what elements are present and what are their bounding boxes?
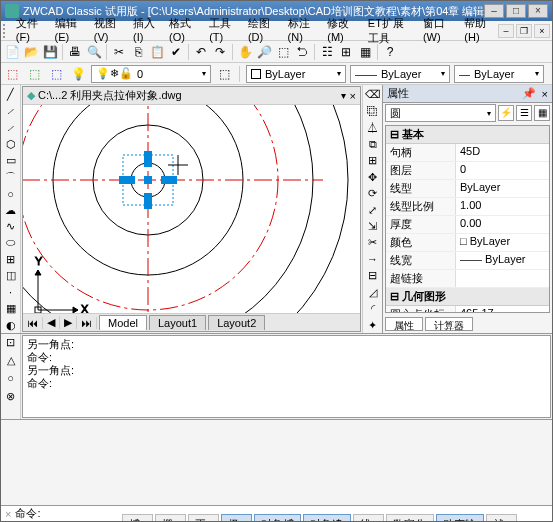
open-icon[interactable]: 📂 <box>22 43 40 61</box>
chamfer-icon[interactable]: ◿ <box>365 285 381 300</box>
snap-cen-icon[interactable]: ○ <box>3 372 19 388</box>
redo-icon[interactable]: ↷ <box>211 43 229 61</box>
line-icon[interactable]: ╱ <box>3 87 19 102</box>
selection-combo[interactable]: 圆▾ <box>385 104 496 122</box>
property-group[interactable]: ⊟ 基本 <box>386 126 549 144</box>
tab-prev-icon[interactable]: ◀ <box>43 316 60 329</box>
layout-tab[interactable]: Layout2 <box>208 315 265 330</box>
print-icon[interactable]: 🖶 <box>66 43 84 61</box>
properties-icon[interactable]: ☷ <box>318 43 336 61</box>
copy-icon[interactable]: ⎘ <box>129 43 147 61</box>
property-row[interactable]: 线宽—— ByLayer <box>386 252 549 270</box>
property-row[interactable]: 厚度0.00 <box>386 216 549 234</box>
layout-tab[interactable]: Model <box>99 315 147 330</box>
snap-end-icon[interactable]: ⊡ <box>3 336 19 352</box>
doc-menu-icon[interactable]: ▾ <box>341 90 346 101</box>
move-icon[interactable]: ✥ <box>365 169 381 184</box>
snap-node-icon[interactable]: ⊗ <box>3 390 19 406</box>
rectangle-icon[interactable]: ▭ <box>3 153 19 168</box>
zoom-prev-icon[interactable]: ⮌ <box>293 43 311 61</box>
revcloud-icon[interactable]: ☁ <box>3 202 19 217</box>
property-row[interactable]: 线型比例1.00 <box>386 198 549 216</box>
layer-prev-icon[interactable]: ⬚ <box>47 65 65 83</box>
fillet-icon[interactable]: ◜ <box>365 301 381 316</box>
layer-manager-icon[interactable]: ⬚ <box>3 65 21 83</box>
linetype-combo[interactable]: ——ByLayer▾ <box>350 65 450 83</box>
match-icon[interactable]: ✔ <box>167 43 185 61</box>
stretch-icon[interactable]: ⇲ <box>365 219 381 234</box>
tab-last-icon[interactable]: ⏭ <box>77 317 97 329</box>
tab-calculator[interactable]: 计算器 <box>425 317 473 331</box>
polygon-icon[interactable]: ⬡ <box>3 136 19 151</box>
undo-icon[interactable]: ↶ <box>192 43 210 61</box>
tool-palette-icon[interactable]: ▦ <box>356 43 374 61</box>
pline-icon[interactable]: ⟋ <box>3 120 19 135</box>
offset-icon[interactable]: ⧉ <box>365 136 381 151</box>
layer-states-icon[interactable]: ⬚ <box>25 65 43 83</box>
status-toggle[interactable]: 对象捕捉 <box>254 514 302 523</box>
arc-icon[interactable]: ⌒ <box>3 169 19 184</box>
copy-obj-icon[interactable]: ⿻ <box>365 103 381 118</box>
properties-close-icon[interactable]: × <box>542 88 548 100</box>
block-icon[interactable]: ◫ <box>3 268 19 283</box>
region-icon[interactable]: ◐ <box>3 318 19 333</box>
save-icon[interactable]: 💾 <box>41 43 59 61</box>
property-row[interactable]: 圆心点坐标 X465.17 <box>386 306 549 313</box>
new-icon[interactable]: 📄 <box>3 43 21 61</box>
extend-icon[interactable]: → <box>365 252 381 267</box>
status-toggle[interactable]: 栅格 <box>155 514 186 523</box>
color-combo[interactable]: ByLayer▾ <box>246 65 346 83</box>
status-toggle[interactable]: 极轴 <box>221 514 252 523</box>
property-row[interactable]: 颜色□ ByLayer <box>386 234 549 252</box>
properties-pin-icon[interactable]: 📌 <box>522 87 536 100</box>
quick-select-icon[interactable]: ⚡ <box>498 105 514 121</box>
layer-bulb-icon[interactable]: 💡 <box>69 65 87 83</box>
tab-first-icon[interactable]: ⏮ <box>23 317 43 329</box>
property-row[interactable]: 图层0 <box>386 162 549 180</box>
insert-icon[interactable]: ⊞ <box>3 252 19 267</box>
status-toggle[interactable]: 捕捉 <box>122 514 153 523</box>
layer-combo[interactable]: 💡❄🔓0▾ <box>91 65 211 83</box>
paste-icon[interactable]: 📋 <box>148 43 166 61</box>
spline-icon[interactable]: ∿ <box>3 219 19 234</box>
property-row[interactable]: 线型ByLayer <box>386 180 549 198</box>
property-group[interactable]: ⊟ 几何图形 <box>386 288 549 306</box>
status-toggle[interactable]: 就绪 <box>486 514 517 523</box>
maximize-button[interactable]: □ <box>506 4 526 18</box>
select-objects-icon[interactable]: ☰ <box>516 105 532 121</box>
lineweight-combo[interactable]: —ByLayer▾ <box>454 65 544 83</box>
help-icon[interactable]: ? <box>381 43 399 61</box>
layout-tab[interactable]: Layout1 <box>149 315 206 330</box>
pickadd-icon[interactable]: ▦ <box>534 105 550 121</box>
mdi-restore-button[interactable]: ❐ <box>516 24 532 38</box>
point-icon[interactable]: · <box>3 285 19 300</box>
properties-grid[interactable]: ⊟ 基本句柄45D图层0线型ByLayer线型比例1.00厚度0.00颜色□ B… <box>385 125 550 313</box>
pan-icon[interactable]: ✋ <box>236 43 254 61</box>
zoom-window-icon[interactable]: ⬚ <box>274 43 292 61</box>
close-button[interactable]: × <box>528 4 548 18</box>
explode-icon[interactable]: ✦ <box>365 318 381 333</box>
menu-item[interactable]: 帮助(H) <box>458 14 498 48</box>
status-toggle[interactable]: 动态输入 <box>436 514 484 523</box>
status-toggle[interactable]: 对象追踪 <box>303 514 351 523</box>
command-window[interactable]: 另一角点:命令:另一角点:命令: <box>22 335 551 418</box>
menu-item[interactable]: 窗口(W) <box>417 14 458 48</box>
design-center-icon[interactable]: ⊞ <box>337 43 355 61</box>
scale-icon[interactable]: ⤢ <box>365 202 381 217</box>
mirror-icon[interactable]: ⏃ <box>365 120 381 135</box>
xline-icon[interactable]: ⟋ <box>3 103 19 118</box>
ellipse-icon[interactable]: ⬭ <box>3 235 19 250</box>
snap-mid-icon[interactable]: △ <box>3 354 19 370</box>
status-toggle[interactable]: 线宽 <box>353 514 384 523</box>
rotate-icon[interactable]: ⟳ <box>365 186 381 201</box>
property-row[interactable]: 超链接 <box>386 270 549 288</box>
hatch-icon[interactable]: ▦ <box>3 301 19 316</box>
drawing-canvas[interactable]: X Y <box>23 105 360 313</box>
circle-icon[interactable]: ○ <box>3 186 19 201</box>
document-tab[interactable]: ◆ C:\...2 利用夹点拉伸对象.dwg ▾ × <box>23 87 360 105</box>
layer-tool-icon[interactable]: ⬚ <box>215 65 233 83</box>
status-toggle[interactable]: 数字化仪 <box>386 514 434 523</box>
tab-next-icon[interactable]: ▶ <box>60 316 77 329</box>
break-icon[interactable]: ⊟ <box>365 268 381 283</box>
erase-icon[interactable]: ⌫ <box>365 87 381 102</box>
